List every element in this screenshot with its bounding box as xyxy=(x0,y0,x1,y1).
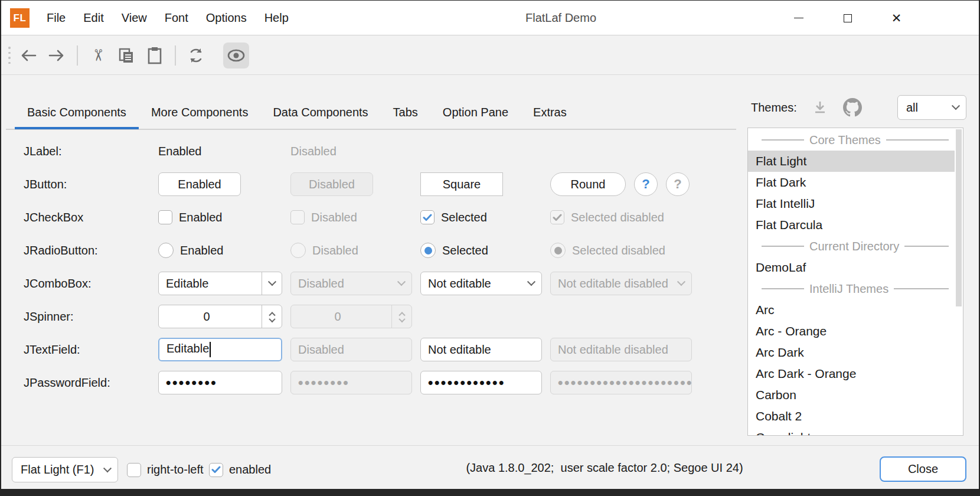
jspinner-row-label: JSpinner: xyxy=(24,310,150,324)
password-dots[interactable]: •••••••• xyxy=(159,374,217,391)
maximize-icon xyxy=(844,14,852,22)
copy-button[interactable] xyxy=(113,43,139,68)
textfield-not-editable[interactable]: Not editable xyxy=(420,338,542,361)
forward-button[interactable] xyxy=(44,43,70,68)
menu-options[interactable]: Options xyxy=(197,1,256,35)
passwordfield-editable[interactable]: •••••••• xyxy=(158,371,282,394)
textfield-editable[interactable]: Editable xyxy=(158,338,282,361)
checkbox-box[interactable] xyxy=(127,463,141,477)
right-to-left-checkbox[interactable]: right-to-left xyxy=(127,457,204,482)
checkbox-label: right-to-left xyxy=(147,463,204,477)
download-theme-button[interactable] xyxy=(812,100,828,115)
combobox-value[interactable]: Editable xyxy=(159,277,208,291)
theme-item-arc-orange[interactable]: Arc - Orange xyxy=(748,321,955,342)
passwordfield-not-editable[interactable]: •••••••••••• xyxy=(420,371,542,394)
tab-option-pane[interactable]: Option Pane xyxy=(430,95,521,129)
theme-item-carbon[interactable]: Carbon xyxy=(748,384,955,406)
radio-label: Enabled xyxy=(180,244,223,257)
theme-item-flat-intellij[interactable]: Flat IntelliJ xyxy=(748,193,955,214)
theme-item-flat-darcula[interactable]: Flat Darcula xyxy=(748,214,955,236)
textfield-value[interactable]: Editable xyxy=(159,342,211,357)
close-button[interactable]: Close xyxy=(880,456,966,482)
refresh-button[interactable] xyxy=(183,43,209,68)
menu-help[interactable]: Help xyxy=(256,1,298,35)
eye-icon xyxy=(227,48,246,63)
spinner-buttons[interactable] xyxy=(262,305,282,328)
tab-tabs[interactable]: Tabs xyxy=(381,95,430,129)
menu-font[interactable]: Font xyxy=(156,1,197,35)
checkbox-box-checked[interactable] xyxy=(209,463,223,477)
radio-enabled[interactable]: Enabled xyxy=(158,243,282,258)
theme-item-arc-dark-orange[interactable]: Arc Dark - Orange xyxy=(748,363,955,384)
paste-button[interactable] xyxy=(142,43,168,68)
passwordfield-not-editable-disabled: ••••••••••••••••••••• xyxy=(550,371,692,394)
spinner-value[interactable]: 0 xyxy=(203,310,217,324)
combobox-arrow-button[interactable] xyxy=(521,272,541,295)
menu-file[interactable]: File xyxy=(38,1,74,35)
toolbar-grip[interactable] xyxy=(8,47,11,64)
theme-item-cobalt-2[interactable]: Cobalt 2 xyxy=(748,406,955,427)
theme-item-arc-dark[interactable]: Arc Dark xyxy=(748,342,955,363)
combobox-arrow-button[interactable] xyxy=(262,272,282,295)
component-grid: JLabel: Enabled Disabled JButton: Enable… xyxy=(24,135,692,399)
square-button[interactable]: Square xyxy=(420,172,503,196)
combobox-arrow-button xyxy=(671,272,691,295)
chevron-down-icon xyxy=(527,278,535,286)
scrollbar-thumb[interactable] xyxy=(956,129,962,306)
radio-dot xyxy=(554,247,562,254)
cut-button[interactable]: ✂ xyxy=(85,43,111,68)
checkbox-box xyxy=(290,210,305,224)
jcombobox-row-label: JComboBox: xyxy=(24,277,150,291)
maximize-button[interactable] xyxy=(823,1,872,35)
help-button[interactable]: ? xyxy=(634,172,658,196)
checkbox-enabled[interactable]: Enabled xyxy=(158,210,282,224)
tab-basic-components[interactable]: Basic Components xyxy=(15,95,139,129)
checkbox-label: Selected disabled xyxy=(571,211,664,224)
combobox-arrow-button[interactable] xyxy=(97,458,117,482)
passwordfield-disabled: •••••••• xyxy=(290,371,412,394)
jlabel-row-label: JLabel: xyxy=(24,145,150,158)
theme-item-arc[interactable]: Arc xyxy=(748,299,955,321)
show-toggle-button[interactable] xyxy=(223,43,249,68)
minimize-button[interactable] xyxy=(774,1,823,35)
status-text: (Java 1.8.0_202; user scale factor 2.0; … xyxy=(466,446,743,490)
combobox-editable[interactable]: Editable xyxy=(158,272,282,295)
theme-item-flat-dark[interactable]: Flat Dark xyxy=(748,172,955,193)
radio-circle[interactable] xyxy=(158,243,174,258)
back-button[interactable] xyxy=(15,43,41,68)
jbutton-row-label: JButton: xyxy=(24,178,150,191)
spinner-enabled[interactable]: 0 xyxy=(158,305,282,328)
textfield-value: Not editable xyxy=(421,343,491,357)
tab-more-components[interactable]: More Components xyxy=(139,95,261,129)
menu-view[interactable]: View xyxy=(113,1,156,35)
enabled-button[interactable]: Enabled xyxy=(158,172,241,196)
jcheckbox-row-label: JCheckBox xyxy=(24,211,150,224)
round-button[interactable]: Round xyxy=(550,172,626,196)
combobox-arrow-button[interactable] xyxy=(946,96,966,119)
chevron-down-icon xyxy=(269,315,275,322)
theme-item-cyan-light[interactable]: Cyan light xyxy=(748,427,955,436)
checkbox-selected[interactable]: Selected xyxy=(420,210,542,224)
theme-filter-combobox[interactable]: all xyxy=(897,95,966,120)
checkbox-box-checked[interactable] xyxy=(420,210,435,224)
menu-bar: File Edit View Font Options Help xyxy=(38,1,298,35)
enabled-checkbox[interactable]: enabled xyxy=(209,457,271,482)
close-window-button[interactable]: ✕ xyxy=(872,1,921,35)
password-dots: •••••••• xyxy=(291,374,349,391)
menu-edit[interactable]: Edit xyxy=(74,1,112,35)
title-bar: FL File Edit View Font Options Help Flat… xyxy=(1,1,979,35)
combobox-not-editable[interactable]: Not editable xyxy=(420,272,542,295)
tab-extras[interactable]: Extras xyxy=(521,95,579,129)
theme-item-flat-light[interactable]: Flat Light xyxy=(748,151,955,172)
lookandfeel-combobox[interactable]: Flat Light (F1) xyxy=(12,457,118,482)
theme-item-demolaf[interactable]: DemoLaf xyxy=(748,257,955,278)
check-icon xyxy=(423,214,432,221)
github-link-button[interactable] xyxy=(843,98,862,117)
radio-disabled: Disabled xyxy=(290,243,412,258)
toolbar: ✂ xyxy=(1,36,979,75)
radio-selected[interactable]: Selected xyxy=(420,243,542,258)
paste-clipboard-icon xyxy=(147,47,162,64)
checkbox-box[interactable] xyxy=(158,210,172,224)
radio-circle-selected[interactable] xyxy=(420,243,436,258)
tab-data-components[interactable]: Data Components xyxy=(260,95,380,129)
